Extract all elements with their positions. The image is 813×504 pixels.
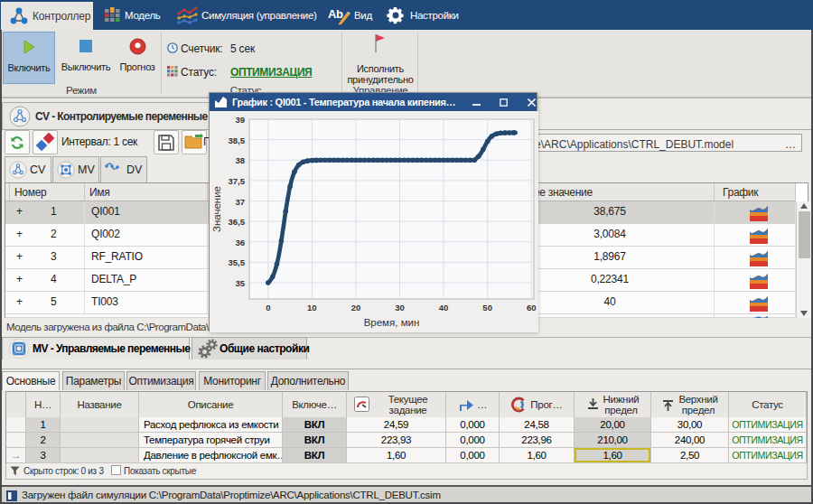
svg-text:38,5: 38,5: [229, 135, 246, 145]
svg-text:40: 40: [439, 303, 449, 313]
svg-text:37: 37: [235, 197, 245, 207]
svg-text:39: 39: [235, 115, 245, 125]
svg-text:30: 30: [395, 303, 405, 313]
svg-text:0: 0: [266, 303, 270, 313]
svg-text:20: 20: [351, 303, 361, 313]
svg-text:Время, мин: Время, мин: [364, 317, 420, 328]
svg-text:60: 60: [527, 303, 537, 313]
svg-text:35,5: 35,5: [229, 257, 246, 267]
svg-text:35: 35: [235, 278, 245, 288]
svg-text:36: 36: [235, 238, 245, 247]
svg-text:10: 10: [307, 303, 317, 313]
svg-text:36,5: 36,5: [229, 217, 246, 227]
svg-text:Значение: Значение: [211, 186, 222, 232]
svg-text:50: 50: [482, 303, 492, 313]
svg-text:38: 38: [235, 155, 245, 165]
svg-text:37,5: 37,5: [229, 176, 246, 186]
svg-text:Ab: Ab: [328, 7, 343, 21]
